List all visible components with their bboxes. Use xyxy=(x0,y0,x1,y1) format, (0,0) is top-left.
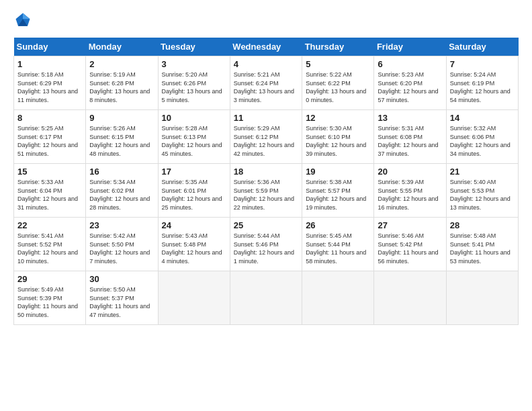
day-info: Sunrise: 5:42 AMSunset: 5:50 PMDaylight:… xyxy=(89,232,154,265)
calendar-cell: 14Sunrise: 5:32 AMSunset: 6:06 PMDayligh… xyxy=(446,110,518,164)
day-number: 9 xyxy=(89,113,154,123)
day-number: 13 xyxy=(378,113,442,123)
day-info: Sunrise: 5:36 AMSunset: 5:59 PMDaylight:… xyxy=(234,178,298,212)
day-number: 2 xyxy=(89,59,154,69)
day-number: 1 xyxy=(17,59,82,69)
day-number: 22 xyxy=(17,220,82,230)
day-number: 14 xyxy=(450,113,515,123)
calendar-cell: 17Sunrise: 5:35 AMSunset: 6:01 PMDayligh… xyxy=(158,164,230,218)
week-row-1: 1Sunrise: 5:18 AMSunset: 6:29 PMDaylight… xyxy=(14,56,519,110)
week-row-4: 22Sunrise: 5:41 AMSunset: 5:52 PMDayligh… xyxy=(14,218,519,271)
day-number: 18 xyxy=(234,167,298,177)
day-info: Sunrise: 5:34 AMSunset: 6:02 PMDaylight:… xyxy=(89,178,154,212)
day-number: 11 xyxy=(234,113,298,123)
day-number: 28 xyxy=(450,220,515,230)
calendar-cell xyxy=(374,271,446,325)
calendar-cell: 1Sunrise: 5:18 AMSunset: 6:29 PMDaylight… xyxy=(14,56,86,110)
calendar-cell: 21Sunrise: 5:40 AMSunset: 5:53 PMDayligh… xyxy=(446,164,518,218)
day-info: Sunrise: 5:20 AMSunset: 6:26 PMDaylight:… xyxy=(162,71,226,104)
calendar-cell: 26Sunrise: 5:45 AMSunset: 5:44 PMDayligh… xyxy=(302,218,374,271)
calendar-table: SundayMondayTuesdayWednesdayThursdayFrid… xyxy=(13,38,519,325)
calendar-cell: 7Sunrise: 5:24 AMSunset: 6:19 PMDaylight… xyxy=(446,56,518,110)
page: SundayMondayTuesdayWednesdayThursdayFrid… xyxy=(0,0,532,332)
day-info: Sunrise: 5:50 AMSunset: 5:37 PMDaylight:… xyxy=(89,285,154,319)
day-info: Sunrise: 5:49 AMSunset: 5:39 PMDaylight:… xyxy=(17,285,82,319)
calendar-cell: 10Sunrise: 5:28 AMSunset: 6:13 PMDayligh… xyxy=(158,110,230,164)
calendar-cell: 24Sunrise: 5:43 AMSunset: 5:48 PMDayligh… xyxy=(158,218,230,271)
day-number: 24 xyxy=(162,220,226,230)
calendar-cell: 28Sunrise: 5:48 AMSunset: 5:41 PMDayligh… xyxy=(446,218,518,271)
calendar-cell: 25Sunrise: 5:44 AMSunset: 5:46 PMDayligh… xyxy=(230,218,302,271)
day-info: Sunrise: 5:39 AMSunset: 5:55 PMDaylight:… xyxy=(378,178,442,212)
calendar-cell: 23Sunrise: 5:42 AMSunset: 5:50 PMDayligh… xyxy=(86,218,158,271)
day-info: Sunrise: 5:40 AMSunset: 5:53 PMDaylight:… xyxy=(450,178,515,212)
day-info: Sunrise: 5:25 AMSunset: 6:17 PMDaylight:… xyxy=(17,124,82,158)
calendar-cell: 4Sunrise: 5:21 AMSunset: 6:24 PMDaylight… xyxy=(230,56,302,110)
day-info: Sunrise: 5:30 AMSunset: 6:10 PMDaylight:… xyxy=(306,124,370,158)
day-number: 6 xyxy=(378,59,442,69)
calendar-cell: 5Sunrise: 5:22 AMSunset: 6:22 PMDaylight… xyxy=(302,56,374,110)
col-header-tuesday: Tuesday xyxy=(158,38,230,56)
day-info: Sunrise: 5:33 AMSunset: 6:04 PMDaylight:… xyxy=(17,178,82,212)
day-info: Sunrise: 5:18 AMSunset: 6:29 PMDaylight:… xyxy=(17,71,82,104)
calendar-cell: 20Sunrise: 5:39 AMSunset: 5:55 PMDayligh… xyxy=(374,164,446,218)
day-info: Sunrise: 5:22 AMSunset: 6:22 PMDaylight:… xyxy=(306,71,370,104)
calendar-cell xyxy=(302,271,374,325)
calendar-cell xyxy=(158,271,230,325)
calendar-cell: 13Sunrise: 5:31 AMSunset: 6:08 PMDayligh… xyxy=(374,110,446,164)
day-number: 23 xyxy=(89,220,154,230)
col-header-wednesday: Wednesday xyxy=(230,38,302,56)
day-number: 19 xyxy=(306,167,370,177)
calendar-cell: 2Sunrise: 5:19 AMSunset: 6:28 PMDaylight… xyxy=(86,56,158,110)
calendar-cell xyxy=(446,271,518,325)
logo xyxy=(13,11,35,30)
day-number: 29 xyxy=(17,274,82,284)
day-number: 27 xyxy=(378,220,442,230)
day-info: Sunrise: 5:45 AMSunset: 5:44 PMDaylight:… xyxy=(306,232,370,265)
day-info: Sunrise: 5:23 AMSunset: 6:20 PMDaylight:… xyxy=(378,71,442,104)
calendar-cell xyxy=(230,271,302,325)
day-number: 7 xyxy=(450,59,515,69)
calendar-cell: 9Sunrise: 5:26 AMSunset: 6:15 PMDaylight… xyxy=(86,110,158,164)
day-number: 12 xyxy=(306,113,370,123)
calendar-cell: 11Sunrise: 5:29 AMSunset: 6:12 PMDayligh… xyxy=(230,110,302,164)
day-info: Sunrise: 5:28 AMSunset: 6:13 PMDaylight:… xyxy=(162,124,226,158)
day-number: 20 xyxy=(378,167,442,177)
day-number: 17 xyxy=(162,167,226,177)
col-header-friday: Friday xyxy=(374,38,446,56)
day-number: 21 xyxy=(450,167,515,177)
calendar-cell: 3Sunrise: 5:20 AMSunset: 6:26 PMDaylight… xyxy=(158,56,230,110)
calendar-cell: 6Sunrise: 5:23 AMSunset: 6:20 PMDaylight… xyxy=(374,56,446,110)
day-number: 4 xyxy=(234,59,298,69)
week-row-2: 8Sunrise: 5:25 AMSunset: 6:17 PMDaylight… xyxy=(14,110,519,164)
day-info: Sunrise: 5:31 AMSunset: 6:08 PMDaylight:… xyxy=(378,124,442,158)
week-row-5: 29Sunrise: 5:49 AMSunset: 5:39 PMDayligh… xyxy=(14,271,519,325)
day-number: 8 xyxy=(17,113,82,123)
day-info: Sunrise: 5:38 AMSunset: 5:57 PMDaylight:… xyxy=(306,178,370,212)
day-number: 16 xyxy=(89,167,154,177)
day-number: 26 xyxy=(306,220,370,230)
day-number: 5 xyxy=(306,59,370,69)
day-info: Sunrise: 5:32 AMSunset: 6:06 PMDaylight:… xyxy=(450,124,515,158)
day-info: Sunrise: 5:43 AMSunset: 5:48 PMDaylight:… xyxy=(162,232,226,265)
day-number: 25 xyxy=(234,220,298,230)
day-number: 15 xyxy=(17,167,82,177)
day-info: Sunrise: 5:41 AMSunset: 5:52 PMDaylight:… xyxy=(17,232,82,265)
day-info: Sunrise: 5:21 AMSunset: 6:24 PMDaylight:… xyxy=(234,71,298,104)
logo-icon xyxy=(13,11,32,30)
col-header-sunday: Sunday xyxy=(14,38,86,56)
header xyxy=(13,11,519,30)
calendar-cell: 16Sunrise: 5:34 AMSunset: 6:02 PMDayligh… xyxy=(86,164,158,218)
calendar-cell: 19Sunrise: 5:38 AMSunset: 5:57 PMDayligh… xyxy=(302,164,374,218)
day-info: Sunrise: 5:26 AMSunset: 6:15 PMDaylight:… xyxy=(89,124,154,158)
calendar-cell: 27Sunrise: 5:46 AMSunset: 5:42 PMDayligh… xyxy=(374,218,446,271)
col-header-monday: Monday xyxy=(86,38,158,56)
day-info: Sunrise: 5:19 AMSunset: 6:28 PMDaylight:… xyxy=(89,71,154,104)
calendar-cell: 15Sunrise: 5:33 AMSunset: 6:04 PMDayligh… xyxy=(14,164,86,218)
day-info: Sunrise: 5:35 AMSunset: 6:01 PMDaylight:… xyxy=(162,178,226,212)
calendar-cell: 18Sunrise: 5:36 AMSunset: 5:59 PMDayligh… xyxy=(230,164,302,218)
calendar-cell: 8Sunrise: 5:25 AMSunset: 6:17 PMDaylight… xyxy=(14,110,86,164)
day-info: Sunrise: 5:44 AMSunset: 5:46 PMDaylight:… xyxy=(234,232,298,265)
calendar-cell: 30Sunrise: 5:50 AMSunset: 5:37 PMDayligh… xyxy=(86,271,158,325)
calendar-cell: 22Sunrise: 5:41 AMSunset: 5:52 PMDayligh… xyxy=(14,218,86,271)
